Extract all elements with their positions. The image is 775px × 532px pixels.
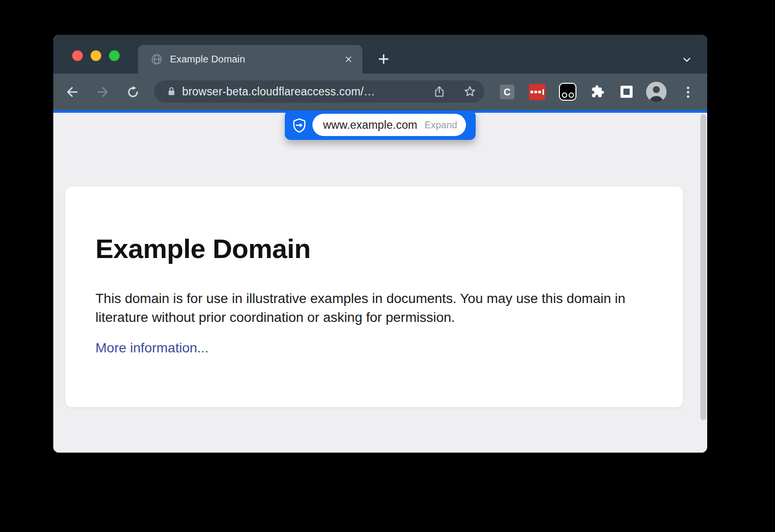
globe-favicon-icon: [150, 53, 163, 66]
page-viewport: www.example.com Expand Example Domain Th…: [53, 113, 707, 453]
bookmark-star-icon[interactable]: [463, 85, 477, 98]
url-text: browser-beta.cloudflareaccess.com/…: [182, 85, 433, 98]
tab-title: Example Domain: [170, 54, 343, 65]
minimize-window-button[interactable]: [91, 50, 101, 61]
browser-toolbar: browser-beta.cloudflareaccess.com/… C: [53, 74, 707, 110]
profile-avatar[interactable]: [646, 82, 666, 102]
extension-c-icon[interactable]: C: [500, 85, 514, 99]
tab-strip: Example Domain: [53, 35, 707, 74]
browser-window: Example Domain: [53, 35, 707, 453]
extensions-puzzle-icon[interactable]: [591, 85, 604, 98]
extension-window-icon[interactable]: [620, 86, 633, 98]
isolated-domain-text: www.example.com: [323, 119, 424, 132]
close-window-button[interactable]: [72, 50, 83, 61]
vertical-scrollbar[interactable]: [700, 114, 706, 420]
page-title: Example Domain: [95, 233, 310, 264]
isolation-domain-field: www.example.com Expand: [312, 114, 466, 136]
tab-search-chevron-icon[interactable]: [680, 53, 694, 66]
close-tab-icon[interactable]: [343, 54, 354, 65]
more-information-link[interactable]: More information...: [95, 340, 208, 356]
extension-goggles-icon[interactable]: [559, 83, 576, 101]
extension-password-manager-icon[interactable]: [529, 84, 545, 100]
address-bar[interactable]: browser-beta.cloudflareaccess.com/…: [154, 80, 484, 103]
shield-arrow-icon: [292, 118, 307, 134]
page-body-text: This domain is for use in illustrative e…: [95, 289, 655, 327]
reload-button[interactable]: [125, 84, 140, 100]
browser-menu-icon[interactable]: [684, 85, 692, 99]
expand-button[interactable]: Expand: [424, 120, 457, 131]
content-card: Example Domain This domain is for use in…: [65, 186, 683, 407]
share-icon[interactable]: [433, 85, 446, 98]
forward-button[interactable]: [94, 84, 110, 100]
zoom-window-button[interactable]: [109, 50, 120, 61]
lock-icon[interactable]: [166, 86, 177, 97]
desktop-background: Example Domain: [0, 0, 775, 532]
window-controls: [72, 50, 120, 61]
back-button[interactable]: [65, 84, 80, 100]
new-tab-button[interactable]: [377, 52, 390, 66]
browser-tab[interactable]: Example Domain: [138, 45, 362, 74]
isolation-domain-pill[interactable]: www.example.com Expand: [285, 110, 476, 140]
